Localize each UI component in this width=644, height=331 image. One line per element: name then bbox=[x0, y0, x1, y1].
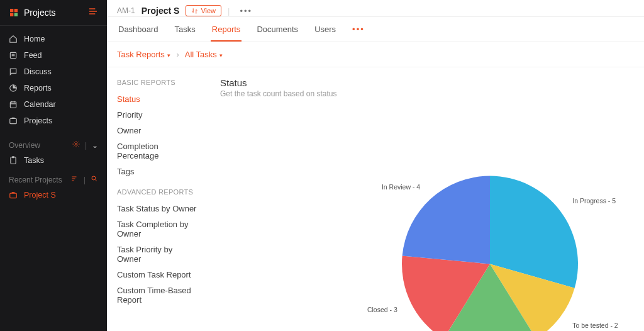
report-task-completion-by-owner[interactable]: Task Completion by Owner bbox=[117, 216, 197, 242]
basic-reports-heading: BASIC REPORTS bbox=[117, 79, 197, 86]
main: AM-1 Project S View | ••• DashboardTasks… bbox=[107, 0, 644, 331]
more-menu-icon[interactable]: ••• bbox=[236, 6, 256, 16]
chart-title: Status bbox=[220, 77, 631, 88]
recent-heading: Recent Projects | bbox=[0, 169, 107, 187]
tab-dashboard[interactable]: Dashboard bbox=[117, 20, 160, 42]
report-task-priority-by-owner[interactable]: Task Priority by Owner bbox=[117, 242, 197, 267]
sidebar-item-reports[interactable]: Reports bbox=[0, 80, 107, 96]
chevron-down-icon[interactable]: ⌄ bbox=[92, 141, 98, 150]
recent-project-item[interactable]: Project S bbox=[0, 187, 107, 203]
reports-list: BASIC REPORTS StatusPriorityOwnerComplet… bbox=[107, 67, 208, 331]
tab-tasks[interactable]: Tasks bbox=[174, 20, 197, 42]
reports-icon bbox=[9, 84, 18, 93]
svg-point-4 bbox=[75, 143, 77, 145]
brand[interactable]: Projects bbox=[9, 8, 56, 18]
sidebar-header: Projects bbox=[0, 0, 107, 26]
pie-label: In Review - 4 bbox=[382, 183, 420, 191]
pie-label: To be tested - 2 bbox=[572, 322, 618, 329]
search-icon[interactable] bbox=[91, 175, 98, 184]
tab-more[interactable]: ••• bbox=[351, 20, 366, 42]
report-priority[interactable]: Priority bbox=[117, 107, 197, 123]
chevron-right-icon: › bbox=[177, 50, 179, 59]
report-completion-percentage[interactable]: Completion Percentage bbox=[117, 138, 197, 164]
chart-area: Status Get the task count based on statu… bbox=[208, 67, 644, 331]
svg-rect-8 bbox=[10, 193, 17, 198]
feed-icon bbox=[9, 51, 18, 60]
discuss-icon bbox=[9, 67, 18, 76]
projects-icon bbox=[9, 116, 18, 125]
tab-documents[interactable]: Documents bbox=[255, 20, 299, 42]
sidebar: Projects HomeFeedDiscussReportsCalendarP… bbox=[0, 0, 107, 331]
view-button[interactable]: View bbox=[186, 5, 221, 16]
gear-icon[interactable] bbox=[72, 140, 80, 150]
sidebar-item-feed[interactable]: Feed bbox=[0, 47, 107, 64]
tab-reports[interactable]: Reports bbox=[211, 20, 242, 42]
overview-heading: Overview | ⌄ bbox=[0, 134, 107, 152]
report-custom-time-based-report[interactable]: Custom Time-Based Report bbox=[117, 283, 197, 308]
sidebar-item-home[interactable]: Home bbox=[0, 31, 107, 47]
sidebar-item-tasks[interactable]: Tasks bbox=[0, 152, 107, 169]
status-pie-chart: In Progress - 5To be tested - 2Open - 3C… bbox=[380, 143, 600, 331]
svg-rect-6 bbox=[12, 157, 14, 158]
sort-icon[interactable] bbox=[71, 175, 79, 184]
tabs: DashboardTasksReportsDocumentsUsers••• bbox=[107, 20, 644, 42]
report-status[interactable]: Status bbox=[117, 91, 197, 107]
swap-icon bbox=[191, 8, 198, 14]
brand-label: Projects bbox=[24, 8, 56, 18]
report-owner[interactable]: Owner bbox=[117, 123, 197, 138]
advanced-reports-heading: ADVANCED REPORTS bbox=[117, 188, 197, 196]
project-name: Project S bbox=[142, 6, 180, 16]
breadcrumb: Task Reports▾ › All Tasks▾ bbox=[107, 42, 644, 67]
briefcase-icon bbox=[9, 191, 18, 199]
pie-label: Closed - 3 bbox=[367, 306, 397, 313]
svg-point-7 bbox=[92, 176, 96, 180]
crumb-task-reports[interactable]: Task Reports▾ bbox=[117, 50, 170, 59]
home-icon bbox=[9, 35, 18, 43]
report-custom-task-report[interactable]: Custom Task Report bbox=[117, 267, 197, 283]
report-task-status-by-owner[interactable]: Task Status by Owner bbox=[117, 201, 197, 216]
project-code: AM-1 bbox=[117, 6, 135, 15]
pie-label: In Progress - 5 bbox=[572, 197, 616, 205]
sidebar-item-discuss[interactable]: Discuss bbox=[0, 64, 107, 80]
sidebar-item-calendar[interactable]: Calendar bbox=[0, 96, 107, 113]
sidebar-item-projects[interactable]: Projects bbox=[0, 113, 107, 129]
report-tags[interactable]: Tags bbox=[117, 164, 197, 179]
logo-icon bbox=[9, 8, 19, 18]
topbar: AM-1 Project S View | ••• bbox=[107, 0, 644, 17]
svg-rect-2 bbox=[10, 102, 16, 108]
tab-users[interactable]: Users bbox=[313, 20, 337, 42]
clipboard-icon bbox=[9, 156, 18, 165]
menu-toggle-icon[interactable] bbox=[88, 6, 98, 19]
chart-subtitle: Get the task count based on status bbox=[220, 89, 631, 98]
crumb-all-tasks[interactable]: All Tasks▾ bbox=[185, 50, 223, 59]
svg-rect-3 bbox=[10, 119, 17, 124]
calendar-icon bbox=[9, 100, 18, 109]
svg-rect-5 bbox=[11, 157, 16, 164]
